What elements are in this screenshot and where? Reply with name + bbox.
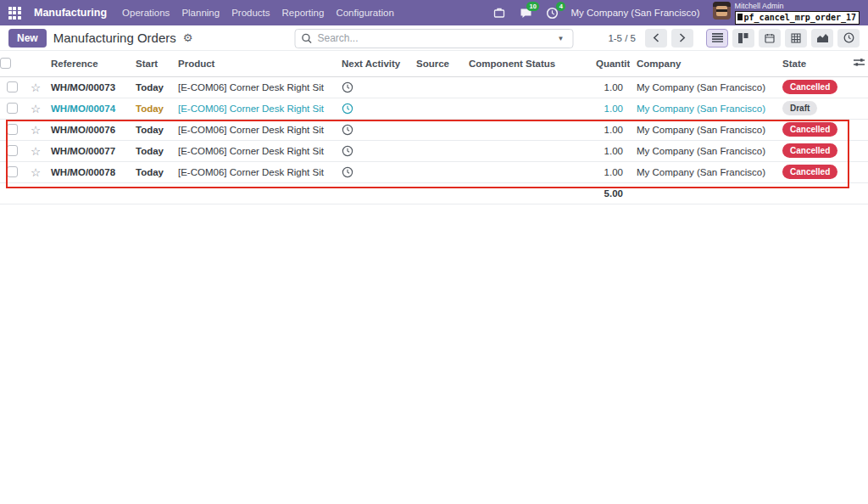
- row-checkbox[interactable]: [7, 81, 18, 92]
- user-avatar: [713, 2, 731, 20]
- row-checkbox[interactable]: [7, 103, 18, 114]
- current-app-name[interactable]: Manufacturing: [34, 7, 107, 19]
- actions-gear-icon[interactable]: ⚙: [183, 32, 193, 43]
- top-navbar: Manufacturing Operations Planning Produc…: [0, 0, 868, 25]
- mo-table-row[interactable]: ☆ WH/MO/00073 Today [E-COM06] Corner Des…: [0, 76, 868, 98]
- row-source: [409, 98, 462, 119]
- graph-view-icon: [817, 33, 828, 42]
- search-bar[interactable]: Search... ▼: [295, 29, 574, 48]
- odoo-manufacturing-screen: Manufacturing Operations Planning Produc…: [0, 0, 868, 504]
- search-icon: [302, 33, 313, 44]
- menu-products[interactable]: Products: [231, 8, 270, 18]
- view-switch-graph-button[interactable]: [811, 29, 833, 48]
- favorite-star-icon[interactable]: ☆: [31, 124, 41, 137]
- state-badge: Cancelled: [782, 143, 837, 158]
- pager-previous-button[interactable]: [645, 29, 667, 48]
- row-company: My Company (San Francisco): [630, 140, 776, 161]
- row-quantity: 1.00: [589, 98, 630, 119]
- menu-configuration[interactable]: Configuration: [336, 8, 393, 18]
- row-source: [409, 119, 462, 140]
- next-activity-clock-icon[interactable]: [342, 145, 353, 157]
- column-sliders-icon: [854, 58, 865, 67]
- mo-table-row[interactable]: ☆ WH/MO/00076 Today [E-COM06] Corner Des…: [0, 119, 868, 140]
- messages-icon[interactable]: 10: [518, 5, 533, 20]
- row-component-status: [462, 161, 589, 182]
- view-switch-kanban-button[interactable]: [732, 29, 754, 48]
- mo-table-row[interactable]: ☆ WH/MO/00078 Today [E-COM06] Corner Des…: [0, 161, 868, 182]
- pager-next-button[interactable]: [671, 29, 693, 48]
- apps-menu-button[interactable]: [7, 5, 22, 20]
- menu-planning[interactable]: Planning: [181, 8, 220, 18]
- state-badge: Draft: [782, 101, 817, 115]
- row-start-date: Today: [129, 119, 171, 140]
- environment-icon: [737, 14, 743, 20]
- header-reference[interactable]: Reference: [44, 51, 129, 76]
- row-reference: WH/MO/00074: [44, 98, 129, 119]
- favorite-star-icon[interactable]: ☆: [31, 145, 41, 158]
- header-quantity[interactable]: Quantity: [589, 51, 630, 76]
- favorite-star-icon[interactable]: ☆: [31, 166, 41, 179]
- state-badge: Cancelled: [782, 80, 837, 94]
- navbar-left: Manufacturing Operations Planning Produc…: [7, 5, 394, 20]
- row-start-date: Today: [129, 76, 171, 98]
- menu-operations[interactable]: Operations: [122, 8, 170, 18]
- header-state[interactable]: State: [776, 51, 852, 76]
- messages-count-badge: 10: [526, 2, 539, 11]
- header-company[interactable]: Company: [630, 51, 776, 76]
- pager-counter: 1-5 / 5: [608, 33, 636, 43]
- favorite-star-icon[interactable]: ☆: [31, 81, 41, 94]
- quantity-total: 5.00: [589, 182, 630, 204]
- user-menu[interactable]: Mitchell Admin pf_cancel_mrp_order_17: [713, 2, 860, 25]
- header-start[interactable]: Start: [129, 51, 171, 76]
- next-activity-clock-icon[interactable]: [342, 166, 353, 178]
- menu-reporting[interactable]: Reporting: [282, 8, 325, 18]
- optional-columns-button[interactable]: [852, 51, 868, 76]
- next-activity-clock-icon[interactable]: [342, 124, 353, 136]
- user-name: Mitchell Admin: [735, 2, 784, 10]
- row-reference: WH/MO/00078: [44, 161, 129, 182]
- activities-clock-icon[interactable]: 4: [544, 5, 559, 20]
- calendar-view-icon: [765, 33, 775, 43]
- row-product: [E-COM06] Corner Desk Right Sit: [171, 98, 335, 119]
- row-component-status: [462, 98, 589, 119]
- new-button[interactable]: New: [8, 29, 47, 48]
- row-quantity: 1.00: [589, 76, 630, 98]
- page-title: Manufacturing Orders: [53, 31, 176, 45]
- header-component-status[interactable]: Component Status: [462, 51, 589, 76]
- table-header-row: Reference Start Product Next Activity So…: [0, 51, 868, 76]
- row-product: [E-COM06] Corner Desk Right Sit: [171, 161, 335, 182]
- view-switch-list-button[interactable]: [706, 29, 728, 48]
- row-company: My Company (San Francisco): [630, 161, 776, 182]
- next-activity-clock-icon[interactable]: [342, 81, 353, 93]
- next-activity-clock-icon[interactable]: [342, 103, 353, 115]
- row-source: [409, 76, 462, 98]
- view-switch-calendar-button[interactable]: [759, 29, 781, 48]
- favorite-star-icon[interactable]: ☆: [31, 103, 41, 115]
- row-checkbox[interactable]: [7, 124, 18, 135]
- row-source: [409, 161, 462, 182]
- search-dropdown-caret-icon[interactable]: ▼: [555, 35, 567, 42]
- state-badge: Cancelled: [782, 165, 837, 179]
- mo-table-row[interactable]: ☆ WH/MO/00077 Today [E-COM06] Corner Des…: [0, 140, 868, 161]
- select-all-checkbox[interactable]: [0, 58, 11, 69]
- company-switcher[interactable]: My Company (San Francisco): [570, 8, 699, 18]
- row-source: [409, 140, 462, 161]
- activities-count-badge: 4: [556, 2, 565, 11]
- view-switch-activity-button[interactable]: [837, 29, 860, 48]
- header-next-activity[interactable]: Next Activity: [335, 51, 409, 76]
- header-source[interactable]: Source: [409, 51, 462, 76]
- search-placeholder: Search...: [318, 32, 555, 44]
- chevron-left-icon: [653, 33, 659, 42]
- state-badge: Cancelled: [782, 122, 837, 137]
- briefcase-icon[interactable]: [492, 5, 507, 20]
- row-component-status: [462, 140, 589, 161]
- chevron-right-icon: [679, 33, 686, 42]
- systray: 10 4 My Company (San Francisco) Mitchell…: [492, 2, 860, 25]
- row-checkbox[interactable]: [7, 166, 18, 177]
- row-product: [E-COM06] Corner Desk Right Sit: [171, 119, 335, 140]
- header-product[interactable]: Product: [171, 51, 335, 76]
- mo-table-row[interactable]: ☆ WH/MO/00074 Today [E-COM06] Corner Des…: [0, 98, 868, 119]
- row-checkbox[interactable]: [7, 145, 18, 156]
- row-start-date: Today: [129, 161, 171, 182]
- view-switch-pivot-button[interactable]: [785, 29, 807, 48]
